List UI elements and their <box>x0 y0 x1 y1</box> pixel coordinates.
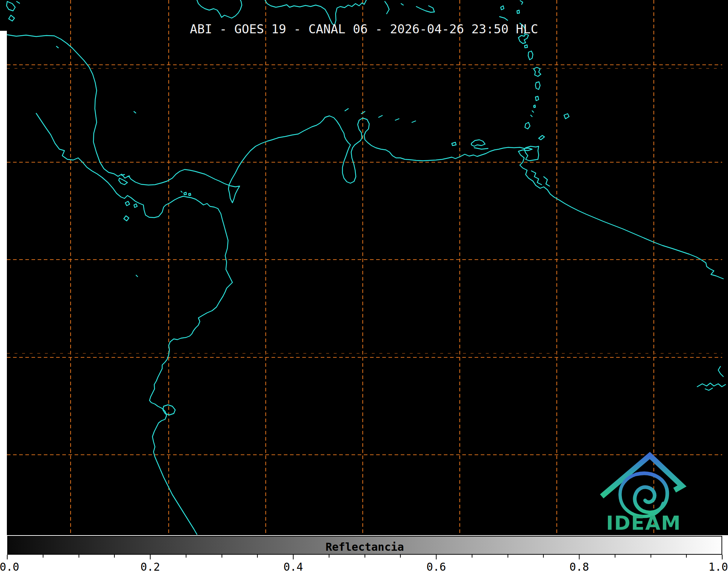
map-layers: IDEAM <box>0 0 728 535</box>
amazon-coast-fragments <box>697 366 725 390</box>
map-canvas: IDEAM ABI - GOES 19 - CANAL 06 - 2026-04… <box>0 0 728 535</box>
colorbar-tick <box>508 555 508 558</box>
orinoco-delta-channels <box>531 171 550 186</box>
colorbar-panel: Reflectancia 0.00.20.40.60.81.0 <box>0 535 728 571</box>
margarita-island <box>471 140 488 149</box>
colorbar-tick <box>436 555 437 559</box>
colorbar-tick <box>79 555 79 558</box>
abc-islands <box>345 109 416 122</box>
coastline-layer <box>7 0 725 534</box>
colorbar-tick <box>615 555 615 558</box>
graticule-layer <box>7 0 722 535</box>
colorbar-tick <box>293 555 294 559</box>
hispaniola-coast-fragment <box>197 0 242 18</box>
colorbar-tick <box>222 555 222 558</box>
colorbar-tick <box>400 555 401 558</box>
lake-nicaragua-fragments <box>7 1 20 21</box>
caribbean-mainland-coastline <box>7 35 723 279</box>
colorbar-tick-label: 0.4 <box>283 560 303 571</box>
colorbar-tick <box>686 555 687 558</box>
colorbar-gradient: Reflectancia <box>7 536 722 555</box>
colorbar-tick <box>329 555 329 558</box>
colorbar-tick <box>365 555 365 558</box>
ideam-logo: IDEAM <box>604 455 682 534</box>
colorbar-label: Reflectancia <box>8 541 721 553</box>
colorbar-tick <box>543 555 544 558</box>
colorbar-tick-label: 0.8 <box>569 560 589 571</box>
colorbar-tick <box>150 555 151 559</box>
colorbar-tick <box>257 555 258 558</box>
colorbar-tick <box>7 555 8 559</box>
colorbar-tick-label: 0.6 <box>426 560 446 571</box>
colorbar-tick-label: 1.0 <box>708 560 728 571</box>
pacific-coastline <box>36 113 232 534</box>
colorbar-tick <box>579 555 580 559</box>
colorbar-tick-label: 0.0 <box>0 560 19 571</box>
colorbar-tick <box>186 555 186 558</box>
virgin-islands-fragments <box>385 1 434 14</box>
colorbar-tick <box>472 555 472 558</box>
pearl-islands <box>181 191 191 196</box>
colorbar-tick <box>651 555 651 558</box>
chiriqui-gulf-islands <box>124 201 137 221</box>
colorbar-tick <box>114 555 115 558</box>
san-andres-islets <box>56 46 136 113</box>
colorbar-tick-label: 0.2 <box>140 560 160 571</box>
page-title: ABI - GOES 19 - CANAL 06 - 2026-04-26 23… <box>0 22 728 36</box>
barbados-island <box>564 114 569 119</box>
tortuga-island <box>452 142 456 146</box>
satellite-image-page: { "header": { "title": "ABI - GOES 19 - … <box>0 0 728 571</box>
colorbar-tick <box>722 555 723 559</box>
malpelo-islet <box>136 275 138 277</box>
tobago-island <box>539 135 544 140</box>
colorbar-tick <box>43 555 43 558</box>
ideam-logo-text: IDEAM <box>606 512 681 534</box>
